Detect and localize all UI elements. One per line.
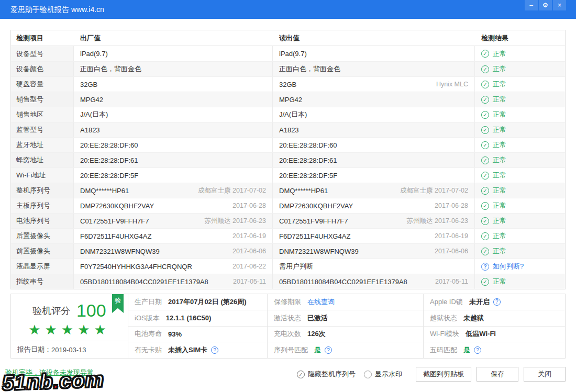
factory-value: iPad(9.7) (80, 50, 108, 58)
check-circle-icon: ✓ (481, 126, 489, 134)
result-cell: ✓ 正常 (475, 244, 565, 259)
read-cell: 需用户判断 (273, 259, 475, 274)
read-value: 20:EE:28:28:DF:61 (279, 156, 337, 164)
screenshot-to-clipboard-button[interactable]: 截图到剪贴板 (416, 367, 471, 382)
result-text: 正常 (493, 49, 506, 59)
result-text: 正常 (493, 140, 506, 150)
row-label: 电池序列号 (11, 214, 74, 228)
close-report-button[interactable]: 关闭 (524, 367, 566, 382)
check-circle-icon: ✓ (481, 202, 489, 210)
row-label: 硬盘容量 (11, 77, 74, 92)
result-cell: ✓ 正常 (475, 107, 565, 122)
read-cell: DNM72321W8WFNQW39 2017-06-06 (273, 244, 475, 259)
read-value: F6D72511F4UHXG4AZ (279, 232, 350, 240)
result-text: 正常 (493, 125, 506, 135)
read-cell: DMP72630KQBHF2VAY 2017-06-28 (273, 198, 475, 213)
summary-cell: Wi-Fi模块 低温Wi-Fi (424, 327, 565, 343)
result-text: 正常 (493, 186, 506, 195)
table-row: 指纹串号 05BD180118084B04CC0291EF1E1379A8 20… (11, 274, 565, 289)
question-circle-icon: ? (481, 263, 489, 271)
table-row: 蜂窝地址 20:EE:28:28:DF:61 20:EE:28:28:DF:61… (11, 152, 565, 167)
read-cell: 20:EE:28:28:DF:60 (273, 138, 475, 152)
check-circle-icon: ✓ (481, 172, 489, 180)
result-text: 正常 (493, 277, 506, 286)
help-icon[interactable]: ? (493, 298, 501, 306)
read-note: 苏州顺达 2017-06-23 (407, 217, 474, 226)
summary-cell-value: 未开启 (469, 297, 490, 307)
read-cell: C0172551FV9FFH7F7 苏州顺达 2017-06-23 (273, 214, 475, 228)
row-label: 设备型号 (11, 46, 74, 61)
check-circle-icon: ✓ (481, 111, 489, 119)
summary-cell-label: iOS版本 (135, 313, 160, 323)
result-text: 正常 (493, 110, 506, 119)
option-show-watermark-label: 显示水印 (375, 369, 402, 379)
summary-col-2: 保修期限 在线查询 激活状态 已激活 充电次数 126次 序列号匹配 是 ? (267, 294, 423, 358)
result-cell: ✓ 正常 (475, 229, 565, 243)
online-check-link[interactable]: 在线查询 (307, 297, 335, 307)
gear-icon: ⚙ (542, 2, 548, 8)
summary-cell-label: 越狱状态 (430, 313, 457, 323)
factory-cell: MPG42 (74, 92, 273, 107)
read-note: 成都富士康 2017-07-02 (400, 186, 474, 195)
result-text: 正常 (493, 201, 506, 210)
factory-note: 苏州顺达 2017-06-23 (205, 217, 272, 226)
factory-note: 2017-06-22 (232, 263, 272, 270)
result-cell: ✓ 正常 (475, 153, 565, 167)
factory-cell: F0Y72540HYHHKG3A4FHCRQNQR 2017-06-22 (74, 259, 273, 274)
titlebar: 爱思助手验机报告 www.i4.cn – ⚙ × (0, 0, 576, 19)
factory-value: J/A(日本) (80, 110, 108, 119)
score-title: 验机评分 (32, 306, 70, 316)
read-note: 2017-06-06 (435, 248, 474, 255)
result-cell: ? 如何判断? (475, 259, 565, 274)
close-button[interactable]: × (553, 0, 566, 10)
minimize-button[interactable]: – (525, 0, 538, 10)
read-cell: 20:EE:28:28:DF:5F (273, 168, 475, 183)
how-to-judge-link[interactable]: 如何判断? (493, 262, 524, 271)
help-icon[interactable]: ? (325, 346, 332, 354)
header-check-item: 检测项目 (11, 33, 74, 43)
read-value: 正面白色，背面金色 (279, 64, 340, 74)
summary-cell: Apple ID锁 未开启 ? (424, 294, 565, 310)
summary-cell-value: 93% (168, 330, 182, 338)
row-label: 整机序列号 (11, 183, 74, 198)
result-cell: ✓ 正常 (475, 46, 565, 61)
table-row: 主板序列号 DMP72630KQBHF2VAY 2017-06-28 DMP72… (11, 198, 565, 213)
read-cell: 05BD180118084B04CC0291EF1E1379A8 2017-05… (273, 274, 475, 289)
option-hide-serial[interactable]: ✓ 隐藏整机序列号 (297, 369, 356, 379)
factory-value: MPG42 (80, 96, 103, 104)
row-label: 前置摄像头 (11, 244, 74, 259)
factory-note: 2017-06-28 (232, 202, 272, 209)
option-show-watermark[interactable]: ✓ 显示水印 (364, 369, 402, 379)
factory-value: 20:EE:28:28:DF:61 (80, 156, 138, 164)
factory-cell: 20:EE:28:28:DF:5F (74, 168, 273, 183)
summary-cell: 生产日期 2017年07月02日 (第26周) (128, 294, 267, 310)
summary-cell-value: 未越狱 (463, 313, 484, 323)
summary-cell-value: 未插入SIM卡 (168, 345, 207, 355)
read-note: 2017-06-19 (435, 232, 474, 240)
summary-cell-value: 12.1.1 (16C50) (166, 314, 212, 322)
factory-note: 2017-06-06 (232, 248, 272, 255)
read-value: 20:EE:28:28:DF:60 (279, 141, 337, 149)
summary-col-3: Apple ID锁 未开启 ? 越狱状态 未越狱 Wi-Fi模块 低温Wi-Fi… (423, 294, 565, 358)
read-value: DMP72630KQBHF2VAY (279, 202, 353, 210)
factory-value: 20:EE:28:28:DF:5F (80, 172, 138, 180)
report-date-value: 2019-03-13 (51, 346, 86, 354)
score-area: 验机评分 100 ★★★★★ 验 (11, 294, 128, 341)
help-icon[interactable]: ? (211, 346, 218, 354)
settings-button[interactable]: ⚙ (539, 0, 552, 10)
table-row: 前置摄像头 DNM72321W8WFNQW39 2017-06-06 DNM72… (11, 243, 565, 259)
read-cell: iPad(9.7) (273, 46, 475, 61)
summary-cell-label: 激活状态 (274, 313, 301, 323)
read-cell: 32GB Hynix MLC (273, 77, 475, 92)
close-icon: × (558, 2, 561, 8)
summary-cell-value: 是 (463, 345, 470, 355)
row-label: 主板序列号 (11, 198, 74, 213)
star-rating: ★★★★★ (11, 323, 128, 337)
factory-cell: 20:EE:28:28:DF:61 (74, 153, 273, 167)
help-icon[interactable]: ? (474, 346, 481, 354)
save-button[interactable]: 保存 (477, 367, 518, 382)
check-circle-icon: ✓ (481, 278, 489, 286)
summary-cell-value: 2017年07月02日 (第26周) (168, 297, 247, 307)
result-cell: ✓ 正常 (475, 183, 565, 198)
table-row: 设备型号 iPad(9.7) iPad(9.7) ✓ 正常 (11, 46, 565, 61)
